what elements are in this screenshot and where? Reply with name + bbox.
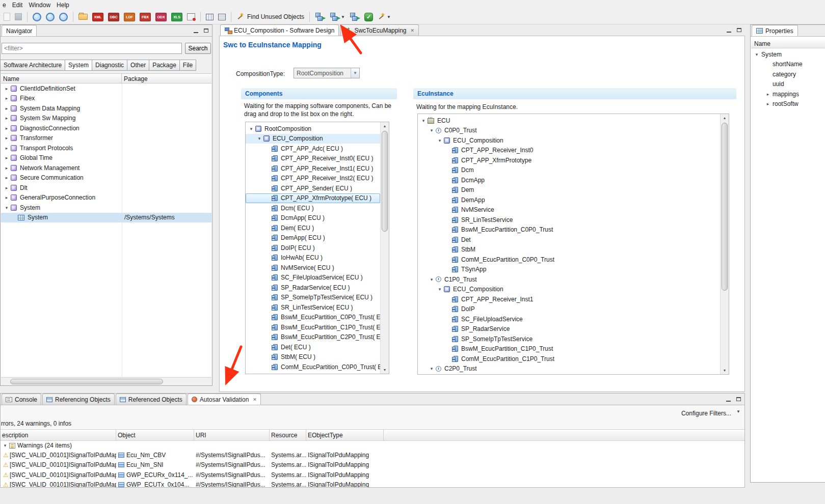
navigator-row[interactable]: ▸DiagnosticConnection [1, 123, 211, 133]
add-swc-mapping-icon[interactable]: ➤ [348, 11, 361, 23]
tree-item[interactable]: NvMService [418, 205, 720, 215]
view-tab-other[interactable]: Other [127, 60, 149, 71]
vertical-scrollbar[interactable]: ▲ ▼ [380, 122, 389, 374]
tree-item[interactable]: ComM_EcucPartition_C0P0_Trust( ECU ) [246, 362, 380, 372]
properties-row[interactable]: shortName [751, 60, 825, 70]
column-header-package[interactable]: Package [122, 74, 148, 83]
open-expander-icon[interactable]: ▾ [436, 287, 443, 292]
tree-item[interactable]: Dem [418, 185, 720, 195]
column-header-escription[interactable]: escription [1, 430, 116, 440]
tree-item[interactable]: SP_RadarService( ECU ) [246, 283, 380, 293]
navigator-row[interactable]: ▸GeneralPurposeConnection [1, 193, 211, 203]
horizontal-scrollbar[interactable] [1, 377, 211, 385]
tree-item[interactable]: ▾RootComposition [246, 124, 380, 134]
tree-item[interactable]: CPT_APP_Adc( ECU ) [246, 144, 380, 154]
tree-item[interactable]: StbM( ECU ) [246, 352, 380, 362]
tree-item[interactable]: SC_FileUploadService( ECU ) [246, 273, 380, 283]
navigator-row[interactable]: ▸System Sw Mapping [1, 114, 211, 124]
close-icon[interactable]: ✕ [410, 28, 414, 33]
navigator-row[interactable]: ▸ClientIdDefinitionSet [1, 83, 211, 94]
tree-item[interactable]: DcmApp( ECU ) [246, 213, 380, 223]
dbc-file-icon[interactable]: DBC [107, 11, 121, 23]
closed-expander-icon[interactable]: ▸ [3, 185, 10, 190]
closed-expander-icon[interactable]: ▸ [3, 175, 10, 180]
navigator-row[interactable]: System/Systems/Systems [1, 213, 211, 223]
open-expander-icon[interactable]: ▾ [248, 126, 255, 131]
tree-item[interactable]: CPT_APP_Receiver_Inst1( ECU ) [246, 163, 380, 174]
tree-item[interactable]: Det( ECU ) [246, 342, 380, 352]
editor-tab-ecu-composition-software-design[interactable]: ECU_Composition - Software Design [220, 24, 339, 36]
tree-item[interactable]: CPT_APP_Sender( ECU ) [246, 183, 380, 193]
tree-item[interactable]: CPT_APP_XfrmPrototype( ECU ) [246, 193, 380, 204]
maximize-button[interactable] [735, 396, 742, 403]
tree-item[interactable]: SP_SomeIpTpTestService( ECU ) [246, 293, 380, 303]
maximize-button[interactable] [202, 27, 209, 34]
tree-item[interactable]: CPT_APP_Receiver_Inst2( ECU ) [246, 174, 380, 184]
tab-console[interactable]: Console [2, 394, 41, 405]
tree-item[interactable]: SC_FileUploadService [418, 314, 720, 324]
scroll-up-icon[interactable]: ▲ [381, 122, 389, 130]
view-tab-diagnostic[interactable]: Diagnostic [92, 60, 127, 71]
closed-expander-icon[interactable]: ▸ [764, 101, 771, 106]
closed-expander-icon[interactable]: ▸ [3, 165, 10, 171]
tree-item[interactable]: BswM_EcucPartition_C0P0_Trust [418, 225, 720, 235]
navigator-row[interactable]: ▸Dlt [1, 183, 211, 193]
column-header-resource[interactable]: Resource [270, 430, 306, 440]
menu-item-edit[interactable]: Edit [11, 1, 28, 10]
minimize-button[interactable] [192, 27, 199, 34]
locate-model-icon[interactable] [58, 11, 69, 23]
tree-item[interactable]: ▾C0P0_Trust [418, 126, 720, 136]
view-tab-package[interactable]: Package [149, 60, 180, 71]
closed-expander-icon[interactable]: ▸ [3, 86, 10, 91]
tree-item[interactable]: ▾ECU [418, 116, 720, 126]
tree-item[interactable]: CPT_APP_Receiver_Inst0 [418, 146, 720, 156]
scroll-up-icon[interactable]: ▲ [721, 114, 729, 122]
close-icon[interactable]: ✕ [253, 397, 257, 402]
tree-item[interactable]: Dcm [418, 165, 720, 176]
scrollbar-thumb[interactable] [722, 123, 728, 291]
tree-item[interactable]: TSynApp [418, 265, 720, 275]
open-expander-icon[interactable]: ▾ [428, 366, 435, 371]
view-tab-file[interactable]: File [179, 60, 196, 71]
validation-row[interactable]: ⚠[SWC_VALID_00101]ISignalToIPduMappingEc… [1, 460, 744, 470]
tree-item[interactable]: DcmApp [418, 175, 720, 185]
tree-item[interactable]: BswM_EcucPartition_C1P0_Trust [418, 344, 720, 354]
xml-file-icon[interactable]: XML [91, 11, 105, 23]
validation-row[interactable]: ⚠[SWC_VALID_00101]ISignalToIPduMappingGW… [1, 470, 744, 480]
tree-item[interactable]: ComM_EcucPartition_C0P0_Trust [418, 255, 720, 265]
tree-item[interactable]: CPT_APP_XfrmPrototype [418, 155, 720, 165]
warnings-group-row[interactable]: ▾ Warnings (24 items) [1, 441, 744, 450]
find-unused-wand-icon[interactable]: Find Unused Objects [235, 11, 306, 23]
validate-mapping-icon[interactable]: ✓ [363, 11, 375, 23]
tree-item[interactable]: SP_SomeIpTpTestService [418, 334, 720, 344]
properties-row[interactable]: ▸rootSoftw [751, 99, 825, 109]
closed-expander-icon[interactable]: ▸ [764, 92, 771, 97]
closed-expander-icon[interactable]: ▸ [3, 146, 10, 151]
tree-item[interactable]: ▾ECU_Composition [246, 134, 380, 144]
open-expander-icon[interactable]: ▾ [428, 277, 435, 282]
column-header-name[interactable]: Name [1, 74, 122, 83]
tree-item[interactable]: DemApp( ECU ) [246, 233, 380, 243]
import-folder-icon[interactable] [77, 11, 89, 23]
filter-input[interactable] [2, 43, 182, 54]
open-expander-icon[interactable]: ▾ [256, 136, 263, 141]
closed-expander-icon[interactable]: ▸ [3, 135, 10, 141]
tree-item[interactable]: CPT_APP_Receiver_Inst0( ECU ) [246, 154, 380, 164]
navigator-row[interactable]: ▸Transport Protocols [1, 143, 211, 153]
properties-row[interactable]: category [751, 69, 825, 79]
menu-item-window[interactable]: Window [27, 1, 55, 10]
tree-item[interactable]: IoHwAb( ECU ) [246, 253, 380, 263]
table-view-icon[interactable] [204, 11, 215, 23]
tab-referencing-objects[interactable]: Referencing Objects [42, 394, 115, 405]
tree-item[interactable]: Dem( ECU ) [246, 223, 380, 233]
tree-item[interactable]: DoIP [418, 304, 720, 315]
tree-item[interactable]: CPT_APP_Receiver_Inst1 [418, 294, 720, 304]
fbx-file-icon[interactable]: FBX [138, 11, 152, 23]
minimize-button[interactable] [725, 396, 732, 403]
composition-type-select[interactable]: RootComposition ▼ [294, 68, 360, 78]
open-expander-icon[interactable]: ▾ [2, 443, 9, 448]
properties-column-header[interactable]: Name [751, 39, 825, 48]
swc-mapping-menu-icon[interactable]: ➤▼ [328, 11, 347, 23]
closed-expander-icon[interactable]: ▸ [3, 126, 10, 131]
tree-item[interactable]: ▾ECU_Composition [418, 285, 720, 295]
